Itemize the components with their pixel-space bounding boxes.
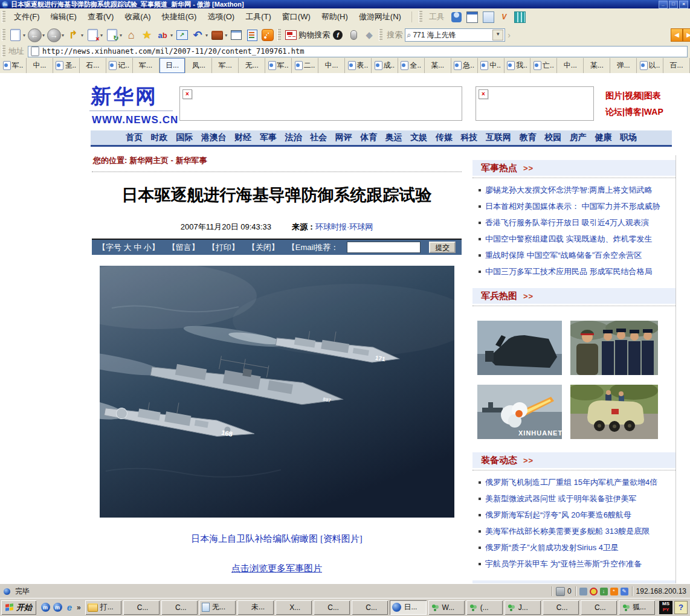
ad-placeholder[interactable]: × (179, 86, 462, 121)
taskbar-task-button[interactable]: 狐... (619, 600, 655, 615)
nav-item[interactable]: 港澳台 (201, 132, 227, 143)
user-icon[interactable] (451, 12, 462, 22)
edit-page-icon[interactable]: ✎ (621, 588, 628, 595)
nav-item[interactable]: 传媒 (436, 132, 453, 143)
taskbar-task-button[interactable]: C... (543, 600, 579, 615)
address-input[interactable]: http://news.xinhuanet.com/mil/2007-11/20… (28, 46, 688, 57)
minimize-button[interactable]: _ (659, 1, 668, 8)
nav-item[interactable]: 文娱 (410, 132, 427, 143)
start-button[interactable]: 开始 (1, 600, 36, 615)
window-icon[interactable] (466, 11, 478, 23)
tab[interactable]: 以.. (637, 58, 663, 73)
toolbar-gripper[interactable] (419, 11, 422, 23)
tab[interactable]: 圣.. (53, 58, 80, 73)
nav-item[interactable]: 时政 (151, 132, 168, 143)
taskbar-task-button[interactable]: C... (161, 600, 198, 615)
thumbnail-carrier-deck[interactable] (477, 321, 562, 375)
close-article-button[interactable]: 【关闭】 (248, 242, 279, 253)
tab[interactable]: 军... (133, 58, 160, 73)
toolbar-gripper[interactable] (2, 29, 5, 41)
dropdown-arrow-icon[interactable]: ▾ (100, 33, 103, 38)
tab[interactable]: 中... (557, 58, 584, 73)
tab[interactable]: 中... (27, 58, 53, 73)
tab[interactable]: 二.. (292, 58, 318, 73)
tab[interactable]: 某... (584, 58, 610, 73)
menu-item[interactable]: 文件(F) (8, 10, 45, 23)
header-quick-links[interactable]: 图片|视频|图表 论坛|博客|WAP (605, 88, 663, 120)
tab[interactable]: 百... (663, 58, 690, 73)
tab[interactable]: 凤... (185, 58, 212, 73)
address-url[interactable]: http://news.xinhuanet.com/mil/2007-11/20… (42, 47, 304, 56)
stop-button[interactable]: × (85, 27, 100, 43)
nav-item[interactable]: 房产 (570, 132, 587, 143)
import-button[interactable]: ↱ (66, 27, 80, 43)
mouse-gesture-button[interactable] (346, 27, 361, 43)
tab[interactable]: 成.. (372, 58, 398, 73)
menu-item[interactable]: 快捷组(G) (156, 10, 202, 23)
flash-button[interactable]: f (330, 27, 345, 43)
dropdown-arrow-icon[interactable]: ▾ (205, 33, 208, 38)
tab[interactable]: 表.. (345, 58, 372, 73)
plugin-v-icon[interactable]: V (499, 12, 509, 22)
breadcrumb[interactable]: 您的位置: 新华网主页 - 新华军事 (92, 153, 462, 172)
toolbar-gripper[interactable] (2, 11, 5, 23)
tab[interactable]: 记.. (106, 58, 133, 73)
chevron-icon[interactable]: › (508, 30, 511, 40)
section-header-military-hotspots[interactable]: 军事热点 >> (472, 160, 675, 176)
sidebar-link[interactable]: 美海军作战部长称美需要更多舰船 313艘是底限 (479, 523, 673, 539)
sidebar-link[interactable]: 俄罗斯海军刮起“浮夸”风 20年要造6艘航母 (479, 507, 673, 523)
menu-item[interactable]: 窗口(W) (277, 10, 316, 23)
tab[interactable]: 某... (425, 58, 451, 73)
trash-icon[interactable] (556, 587, 565, 596)
notes-icon[interactable] (483, 11, 494, 23)
toolbar-gripper[interactable] (2, 45, 5, 57)
taskbar-task-button[interactable]: C... (123, 600, 160, 615)
search-dropdown-button[interactable]: ▼ (492, 30, 503, 40)
rss-button[interactable] (260, 27, 275, 43)
taskbar-task-button[interactable]: J... (505, 600, 541, 615)
taskbar-task-button[interactable]: C... (314, 600, 350, 615)
grid-icon[interactable] (514, 11, 526, 23)
nav-item[interactable]: 科技 (461, 132, 478, 143)
tab[interactable]: 无... (239, 58, 265, 73)
xinhuanet-logo[interactable]: 新华网 (91, 83, 158, 111)
nav-item[interactable]: 互联网 (486, 132, 511, 143)
forward-button[interactable]: → (47, 27, 61, 43)
taskbar-task-button[interactable]: 日... (390, 600, 426, 615)
tab[interactable]: 中.. (478, 58, 505, 73)
dropdown-arrow-icon[interactable]: ▾ (120, 33, 122, 38)
nav-item[interactable]: 校园 (544, 132, 561, 143)
toolbar-gripper[interactable] (379, 29, 382, 41)
tab[interactable]: 军.. (0, 58, 27, 73)
tab[interactable]: 军.. (265, 58, 292, 73)
sidebar-link[interactable]: 中国空中警察组建四载 实现既遂劫、炸机零发生 (479, 231, 673, 247)
ime-indicator[interactable]: MSPY (659, 601, 672, 614)
submit-button[interactable]: 提交 (429, 242, 456, 253)
favorites-button[interactable]: ★ (140, 27, 154, 43)
font-size-control[interactable]: 【字号 大 中 小】 (98, 242, 160, 253)
shopping-search-button[interactable] (283, 27, 298, 43)
close-button[interactable]: × (679, 1, 688, 8)
refresh-button[interactable]: ↻ (105, 27, 119, 43)
tab[interactable]: 急.. (451, 58, 478, 73)
sidebar-link[interactable]: 宇航员学开装甲车 为“亚特兰蒂斯”升空作准备 (479, 556, 673, 572)
nav-item[interactable]: 法治 (285, 132, 301, 143)
dropdown-arrow-icon[interactable]: ▾ (42, 33, 45, 38)
nav-item[interactable]: 军事 (260, 132, 277, 143)
find-button[interactable]: ab (155, 27, 170, 43)
more-arrow-icon[interactable]: >> (523, 456, 534, 465)
nav-item[interactable]: 体育 (360, 132, 377, 143)
more-arrow-icon[interactable]: >> (523, 164, 534, 173)
plugin-icon[interactable]: * (610, 588, 618, 595)
nav-item[interactable]: 奥运 (385, 132, 402, 143)
taskbar-task-button[interactable]: 打... (85, 600, 121, 615)
nav-item[interactable]: 教育 (520, 132, 537, 143)
taskbar-task-button[interactable]: W... (428, 600, 465, 615)
sidebar-link[interactable]: 廖锡龙孙大发撰文怀念洪学智:两膺上将文韬武略 (479, 182, 673, 198)
community-links[interactable]: 论坛|博客|WAP (605, 104, 663, 120)
taskbar-task-button[interactable]: C... (352, 600, 388, 615)
section-header-equipment-news[interactable]: 装备动态 >> (472, 452, 675, 468)
xinhuanet-url-text[interactable]: WWW.NEWS.CN (92, 114, 178, 126)
thumbnail-officer-greeting[interactable] (570, 321, 658, 375)
toolbox-button[interactable] (210, 27, 224, 43)
